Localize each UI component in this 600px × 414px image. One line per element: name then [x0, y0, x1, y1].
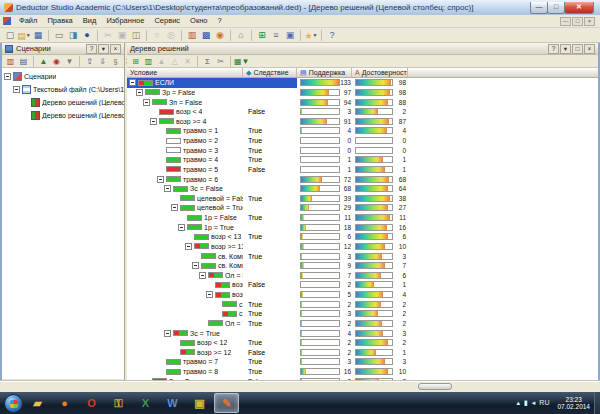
table-row[interactable]: травмо = 2True00 — [127, 136, 598, 146]
table-row[interactable]: Зр = False9798 — [127, 88, 598, 98]
help-icon[interactable]: ? — [325, 29, 339, 42]
windows-icon[interactable]: ▣ — [283, 29, 297, 42]
status-scrollbar-thumb[interactable] — [418, 383, 452, 390]
table-row[interactable]: возр >= 12False21 — [127, 348, 598, 358]
table-row[interactable]: св. Компен = ...97 — [127, 261, 598, 271]
menu-item[interactable]: Окно — [185, 15, 212, 27]
table-row[interactable]: целевой = FalseTrue3938 — [127, 194, 598, 204]
print-icon[interactable]: ▭ — [52, 29, 66, 42]
expand-toggle[interactable] — [4, 73, 11, 80]
menu-item[interactable]: ? — [213, 15, 227, 27]
table-row[interactable]: травмо = 5False11 — [127, 165, 598, 175]
table-row[interactable]: Зп = False9488 — [127, 97, 598, 107]
tray-expand-icon[interactable]: ▴ — [516, 399, 520, 407]
table-row[interactable]: с...True22 — [127, 299, 598, 309]
filter-icon[interactable]: ▼ — [63, 56, 76, 67]
export-wizard-icon[interactable]: ▤ — [17, 56, 30, 67]
menu-item[interactable]: Файл — [14, 15, 42, 27]
view-table-icon[interactable]: ▦▼ — [234, 56, 247, 67]
import-wizard-icon[interactable]: ▥ — [4, 56, 17, 67]
chart-icon[interactable]: ▥ — [142, 56, 155, 67]
tray-network-icon[interactable]: ▮ — [524, 399, 528, 407]
expand-toggle[interactable] — [136, 89, 143, 96]
menu-item[interactable]: Сервис — [149, 15, 185, 27]
expand-toggle[interactable] — [178, 224, 185, 231]
expand-toggle[interactable] — [185, 243, 192, 250]
expand-toggle[interactable] — [13, 86, 20, 93]
start-button[interactable] — [4, 394, 23, 413]
table-row[interactable]: возр >= 131210 — [127, 242, 598, 252]
processing-wizard-icon[interactable]: ▲ — [37, 56, 50, 67]
mdi-restore-button[interactable]: □ — [572, 17, 583, 26]
table-row[interactable]: Зс = True43 — [127, 328, 598, 338]
expand-toggle[interactable] — [150, 118, 157, 125]
scenario-tree-item[interactable]: Текстовый файл (C:\Users\1\Desktop\уд — [2, 83, 124, 96]
scenario-tree-item[interactable]: Дерево решений (Целевой столбец: с — [2, 109, 124, 122]
save-icon[interactable]: ▦ — [31, 29, 45, 42]
table-row[interactable]: возр < 12True22 — [127, 338, 598, 348]
table-row[interactable]: возр < 13True66 — [127, 232, 598, 242]
menu-item[interactable]: Вид — [78, 15, 102, 27]
mdi-minimize-button[interactable]: — — [560, 17, 571, 26]
taskbar-clock[interactable]: 23:23 07.02.2014 — [557, 396, 590, 411]
column-header-4[interactable]: АДостоверность — [352, 68, 408, 77]
image-viewer-icon[interactable]: ▣ — [187, 393, 212, 413]
maximize-button[interactable]: □ — [547, 2, 565, 14]
table-row[interactable]: возр < ...False21 — [127, 280, 598, 290]
table-row[interactable]: возр >= 49187 — [127, 117, 598, 127]
column-header-3[interactable]: ▤Поддержка — [297, 68, 352, 77]
tray-volume-icon[interactable]: ◂ — [532, 399, 536, 407]
panel-maximize-button[interactable]: □ — [572, 44, 583, 54]
new-file-icon[interactable]: ▢ — [3, 29, 17, 42]
table-row[interactable]: травмо = 8True1610 — [127, 367, 598, 377]
node-down-icon[interactable]: ⇩ — [96, 56, 109, 67]
tray-language-icon[interactable]: RU — [539, 399, 549, 407]
word-icon[interactable]: W — [160, 393, 185, 413]
expand-toggle[interactable] — [171, 204, 178, 211]
home-icon[interactable]: ⌂ — [234, 29, 248, 42]
expand-tree-icon[interactable]: ⊞ — [129, 56, 142, 67]
table-row[interactable]: 1р = True1816 — [127, 222, 598, 232]
panel-help-button[interactable]: ? — [548, 44, 559, 54]
panel-autohide-button[interactable]: ▾ — [560, 44, 571, 54]
visualization-wizard-icon[interactable]: ◉ — [213, 29, 227, 42]
minimize-button[interactable]: — — [530, 2, 548, 14]
processing-wizard-icon[interactable]: ▩ — [199, 29, 213, 42]
scenario-tree-item[interactable]: Дерево решений (Целевой столбец: с — [2, 96, 124, 109]
table-row[interactable]: целевой = True2927 — [127, 203, 598, 213]
table-row[interactable]: 1р = FalseTrue1111 — [127, 213, 598, 223]
table-row[interactable]: св. Компен = F...True33 — [127, 251, 598, 261]
table-row[interactable]: с...True32 — [127, 309, 598, 319]
table-row[interactable]: возр > ...54 — [127, 290, 598, 300]
table-row[interactable]: возр < 4False32 — [127, 107, 598, 117]
visualization-wizard-icon[interactable]: ◉ — [50, 56, 63, 67]
connections-icon[interactable]: ≡ — [269, 29, 283, 42]
table-row[interactable]: ЕСЛИ13398 — [127, 78, 598, 88]
expand-toggle[interactable] — [206, 291, 213, 298]
table-row[interactable]: Зс = False6864 — [127, 184, 598, 194]
wizard-icon[interactable]: ● — [80, 29, 94, 42]
menu-item[interactable]: Избранное — [101, 15, 149, 27]
table-row[interactable]: травмо = 1True44 — [127, 126, 598, 136]
paste-icon[interactable]: ◫ — [129, 29, 143, 42]
expand-toggle[interactable] — [157, 176, 164, 183]
import-wizard-icon[interactable]: ▥ — [185, 29, 199, 42]
table-row[interactable]: травмо = 7True33 — [127, 357, 598, 367]
stats-icon[interactable]: Σ — [201, 56, 214, 67]
close-button[interactable]: ✕ — [564, 2, 594, 14]
opera-icon[interactable]: O — [79, 393, 104, 413]
preview-icon[interactable]: ◨ — [66, 29, 80, 42]
expand-toggle[interactable] — [129, 79, 136, 86]
show-desktop-button[interactable] — [594, 392, 600, 414]
table-row[interactable]: Ол = TrueTrue22 — [127, 319, 598, 329]
panel-close-button[interactable]: × — [584, 44, 595, 54]
keys-app-icon[interactable]: ⚿ — [106, 393, 131, 413]
expand-toggle[interactable] — [164, 330, 171, 337]
panel-close-button[interactable]: × — [110, 44, 121, 54]
scenario-tree-icon[interactable]: ⊞ — [255, 29, 269, 42]
favorites-icon[interactable]: ★▼ — [304, 29, 318, 42]
open-file-icon[interactable]: ▤▼ — [17, 29, 31, 42]
expand-toggle[interactable] — [199, 272, 206, 279]
node-settings-icon[interactable]: § — [109, 56, 122, 67]
table-row[interactable]: травмо = 67268 — [127, 174, 598, 184]
